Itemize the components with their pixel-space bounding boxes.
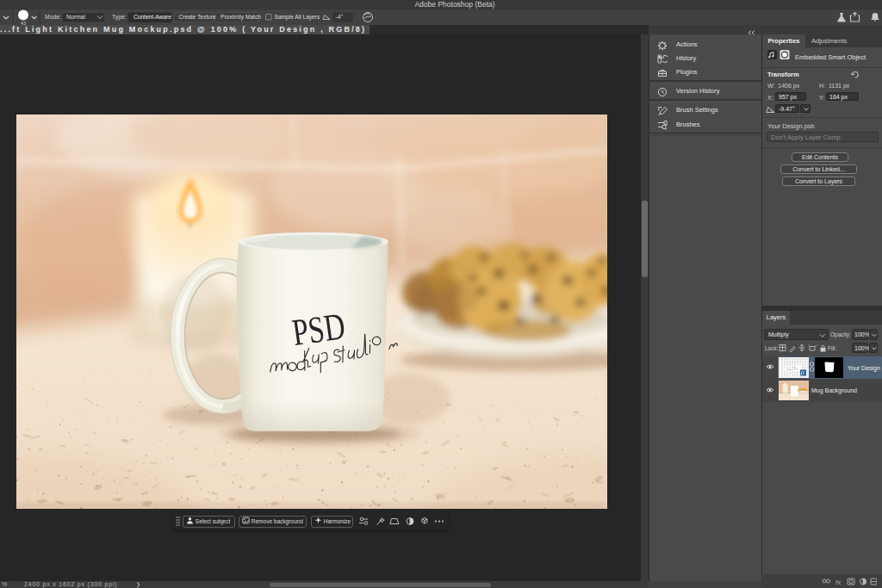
svg-text:PSD: PSD xyxy=(289,305,347,354)
svg-text:Mode:: Mode: xyxy=(45,14,61,20)
svg-text:fx: fx xyxy=(835,579,842,586)
svg-text:Type:: Type: xyxy=(112,14,127,21)
svg-text:Proximity Match: Proximity Match xyxy=(220,14,261,21)
svg-text:Create Texture: Create Texture xyxy=(179,14,216,20)
svg-text:-4°: -4° xyxy=(336,14,344,20)
svg-text:Sample All Layers: Sample All Layers xyxy=(275,14,320,21)
svg-text:Normal: Normal xyxy=(66,14,85,20)
svg-text:Content-Aware: Content-Aware xyxy=(134,14,171,20)
